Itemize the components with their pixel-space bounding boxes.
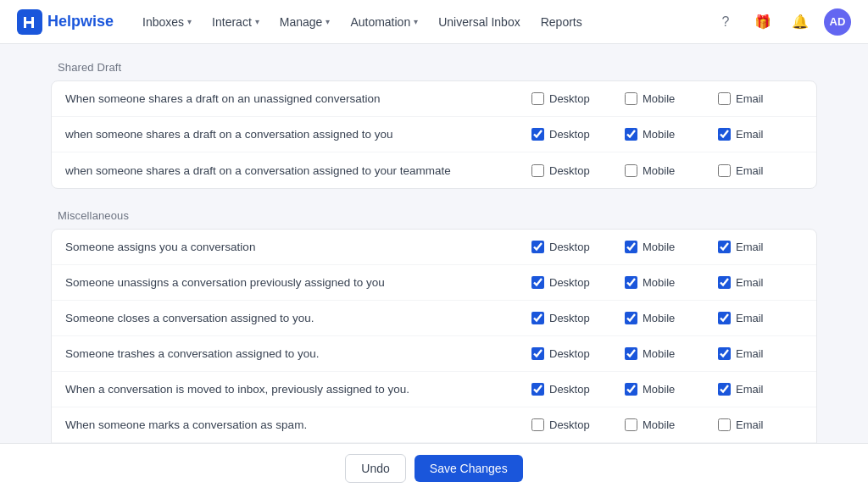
notif-label: When someone shares a draft on an unassi… — [65, 92, 523, 105]
checkbox-email[interactable] — [718, 276, 731, 289]
chevron-down-icon: ▾ — [414, 17, 418, 26]
checkbox-email[interactable] — [718, 418, 731, 431]
notif-label: Someone assigns you a conversation — [65, 241, 523, 253]
section-shared_draft: Shared DraftWhen someone shares a draft … — [51, 61, 817, 189]
email-label: Email — [736, 241, 764, 253]
checkbox-email[interactable] — [718, 164, 731, 177]
checkbox-mobile[interactable] — [625, 164, 637, 177]
gift-button[interactable]: 🎁 — [749, 8, 776, 36]
desktop-label: Desktop — [549, 276, 590, 289]
checkbox-email[interactable] — [718, 347, 731, 360]
mobile-label: Mobile — [643, 241, 675, 253]
notif-label: Someone closes a conversation assigned t… — [65, 312, 523, 324]
email-label: Email — [736, 418, 764, 431]
notif-label: When someone marks a conversation as spa… — [65, 418, 523, 431]
desktop-label: Desktop — [549, 128, 590, 141]
save-button[interactable]: Save Changes — [415, 455, 523, 482]
checkbox-mobile[interactable] — [625, 383, 637, 396]
check-group-mobile: Mobile — [625, 418, 709, 431]
check-group-email: Email — [718, 241, 803, 253]
notif-row: Someone trashes a conversation assigned … — [52, 336, 816, 372]
check-group-desktop: Desktop — [531, 347, 616, 360]
checkbox-desktop[interactable] — [531, 418, 544, 431]
mobile-label: Mobile — [643, 128, 675, 141]
mobile-label: Mobile — [643, 383, 675, 396]
nav-manage[interactable]: Manage ▾ — [271, 10, 339, 34]
checkbox-mobile[interactable] — [625, 241, 637, 253]
nav-reports[interactable]: Reports — [532, 10, 591, 34]
notif-row: Someone unassigns a conversation previou… — [52, 265, 816, 301]
notif-row: Someone assigns you a conversationDeskto… — [52, 230, 816, 265]
notif-checks: DesktopMobileEmail — [523, 418, 803, 431]
check-group-desktop: Desktop — [531, 312, 616, 324]
nav-universal-inbox[interactable]: Universal Inbox — [430, 10, 529, 34]
email-label: Email — [736, 312, 764, 324]
check-group-desktop: Desktop — [531, 92, 616, 105]
checkbox-desktop[interactable] — [531, 241, 544, 253]
checkbox-mobile[interactable] — [625, 276, 637, 289]
checkbox-mobile[interactable] — [625, 128, 637, 141]
desktop-label: Desktop — [549, 418, 590, 431]
email-label: Email — [736, 128, 764, 141]
notif-row: When someone shares a draft on an unassi… — [52, 81, 816, 117]
notif-row: When a conversation is moved to inbox, p… — [52, 372, 816, 407]
checkbox-mobile[interactable] — [625, 312, 637, 324]
check-group-mobile: Mobile — [625, 276, 709, 289]
notif-row: when someone shares a draft on a convers… — [52, 152, 816, 188]
notification-button[interactable]: 🔔 — [787, 8, 814, 36]
check-group-email: Email — [718, 383, 803, 396]
email-label: Email — [736, 92, 764, 105]
help-button[interactable]: ? — [712, 8, 739, 36]
check-group-email: Email — [718, 312, 803, 324]
nav-interact[interactable]: Interact ▾ — [203, 10, 268, 34]
email-label: Email — [736, 347, 764, 360]
chevron-down-icon: ▾ — [187, 17, 192, 26]
check-group-mobile: Mobile — [625, 164, 709, 177]
notif-checks: DesktopMobileEmail — [523, 164, 803, 177]
desktop-label: Desktop — [549, 383, 590, 396]
checkbox-desktop[interactable] — [531, 92, 544, 105]
checkbox-email[interactable] — [718, 312, 731, 324]
checkbox-desktop[interactable] — [531, 347, 544, 360]
check-group-mobile: Mobile — [625, 347, 709, 360]
mobile-label: Mobile — [643, 164, 675, 177]
checkbox-desktop[interactable] — [531, 312, 544, 324]
checkbox-desktop[interactable] — [531, 383, 544, 396]
checkbox-mobile[interactable] — [625, 92, 637, 105]
notif-checks: DesktopMobileEmail — [523, 128, 803, 141]
notif-label: When a conversation is moved to inbox, p… — [65, 383, 523, 396]
notif-checks: DesktopMobileEmail — [523, 92, 803, 105]
checkbox-desktop[interactable] — [531, 128, 544, 141]
main-content: Shared DraftWhen someone shares a draft … — [0, 44, 868, 493]
user-avatar[interactable]: AD — [824, 8, 851, 36]
checkbox-email[interactable] — [718, 92, 731, 105]
notif-checks: DesktopMobileEmail — [523, 383, 803, 396]
nav-automation[interactable]: Automation ▾ — [342, 10, 426, 34]
nav-inboxes[interactable]: Inboxes ▾ — [134, 10, 200, 34]
email-label: Email — [736, 276, 764, 289]
checkbox-mobile[interactable] — [625, 418, 637, 431]
check-group-email: Email — [718, 92, 803, 105]
notif-label: when someone shares a draft on a convers… — [65, 128, 523, 141]
desktop-label: Desktop — [549, 312, 590, 324]
checkbox-desktop[interactable] — [531, 276, 544, 289]
undo-button[interactable]: Undo — [345, 454, 405, 483]
chevron-down-icon: ▾ — [326, 17, 330, 26]
notif-checks: DesktopMobileEmail — [523, 276, 803, 289]
section-title-miscellaneous: Miscellaneous — [51, 209, 817, 229]
logo[interactable]: Helpwise — [17, 9, 114, 35]
check-group-mobile: Mobile — [625, 241, 709, 253]
checkbox-email[interactable] — [718, 383, 731, 396]
check-group-email: Email — [718, 276, 803, 289]
mobile-label: Mobile — [643, 347, 675, 360]
checkbox-email[interactable] — [718, 241, 731, 253]
email-label: Email — [736, 164, 764, 177]
checkbox-mobile[interactable] — [625, 347, 637, 360]
checkbox-email[interactable] — [718, 128, 731, 141]
check-group-mobile: Mobile — [625, 383, 709, 396]
email-label: Email — [736, 383, 764, 396]
mobile-label: Mobile — [643, 92, 675, 105]
chevron-down-icon: ▾ — [255, 17, 259, 26]
checkbox-desktop[interactable] — [531, 164, 544, 177]
notif-row: when someone shares a draft on a convers… — [52, 117, 816, 152]
